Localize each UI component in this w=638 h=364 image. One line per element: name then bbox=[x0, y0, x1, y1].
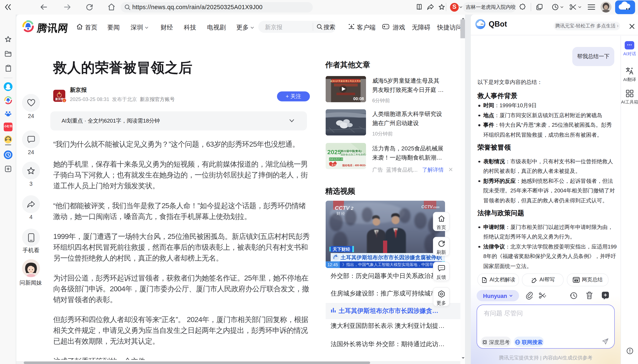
svg-text:2025年5月27-29日: 2025年5月27-29日 bbox=[327, 158, 346, 160]
svg-text:威海5岁男童疑遭生母及其男友: 威海5岁男童疑遭生母及其男友 bbox=[330, 80, 361, 82]
svg-text:AI: AI bbox=[575, 280, 577, 282]
svg-text:天下财经: 天下财经 bbox=[333, 247, 351, 252]
svg-text:00:08: 00:08 bbox=[353, 96, 364, 101]
svg-text:土耳其伊斯坦布尔市市长因涉嫌贪腐被停职: 土耳其伊斯坦布尔市市长因涉嫌贪腐被停职 bbox=[341, 254, 442, 260]
svg-text:报名电话：400-9633-566: 报名电话：400-9633-566 bbox=[342, 164, 366, 167]
svg-text:12:45: 12:45 bbox=[328, 262, 338, 267]
svg-text:2025: 2025 bbox=[327, 148, 341, 156]
svg-text:CCTV 2: CCTV 2 bbox=[335, 205, 354, 211]
svg-text:参与不: 参与不 bbox=[332, 164, 338, 166]
svg-text:国际食品加工和包装机械展览会: 国际食品加工和包装机械展览会 bbox=[341, 153, 366, 156]
svg-text:财 经: 财 经 bbox=[337, 212, 345, 216]
svg-text:》指出，中国气象人工智能大模型实现落地，中国早期预警成果和经: 》指出，中国气象人工智能大模型实现落地，中国早期预警成果和经验已推 bbox=[342, 262, 445, 267]
svg-text:第22届中国(青岛): 第22届中国(青岛) bbox=[341, 150, 362, 153]
